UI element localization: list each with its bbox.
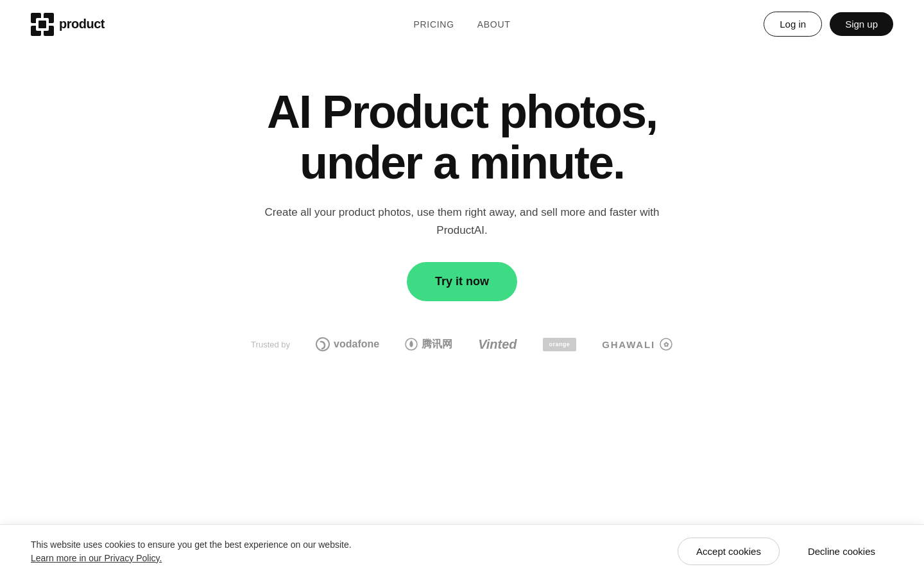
vinted-logo: Vinted <box>478 337 517 352</box>
cookie-message: This website uses cookies to ensure you … <box>31 538 352 565</box>
try-now-button[interactable]: Try it now <box>407 262 517 301</box>
hero-section: AI Product photos, under a minute. Creat… <box>0 48 924 378</box>
trusted-by-section: Trusted by vodafone 腾讯网 Vinted orange <box>235 337 689 352</box>
nav-actions: Log in Sign up <box>764 12 893 37</box>
decline-cookies-button[interactable]: Decline cookies <box>790 538 893 565</box>
orange-box: orange <box>543 338 577 351</box>
vodafone-icon <box>316 337 330 351</box>
cookie-message-text: This website uses cookies to ensure you … <box>31 539 352 550</box>
vodafone-logo: vodafone <box>316 337 379 351</box>
tencent-text: 腾讯网 <box>422 338 452 351</box>
nav-about[interactable]: ABOUT <box>477 19 511 30</box>
login-button[interactable]: Log in <box>764 12 822 37</box>
signup-button[interactable]: Sign up <box>830 12 893 36</box>
cookie-actions: Accept cookies Decline cookies <box>678 538 893 565</box>
vinted-text: Vinted <box>478 337 517 352</box>
ghawali-icon: ✿ <box>659 337 673 351</box>
privacy-policy-link[interactable]: Learn more in our Privacy Policy. <box>31 553 162 563</box>
trusted-by-label: Trusted by <box>251 340 290 349</box>
ghawali-logo: GHAWALI ✿ <box>602 337 673 351</box>
orange-text: orange <box>549 340 570 349</box>
accept-cookies-button[interactable]: Accept cookies <box>678 538 780 565</box>
logo[interactable]: product <box>31 13 105 36</box>
cookie-banner: This website uses cookies to ensure you … <box>0 524 924 578</box>
svg-text:✿: ✿ <box>663 341 669 348</box>
tencent-logo: 腾讯网 <box>405 338 452 351</box>
orange-logo: orange <box>543 338 577 351</box>
hero-subtitle: Create all your product photos, use them… <box>257 204 667 238</box>
nav-links: PRICING ABOUT <box>414 19 511 30</box>
navbar: product PRICING ABOUT Log in Sign up <box>0 0 924 48</box>
logo-text: product <box>59 17 105 31</box>
hero-title: AI Product photos, under a minute. <box>205 87 719 188</box>
tencent-icon <box>405 338 418 351</box>
nav-pricing[interactable]: PRICING <box>414 19 454 30</box>
ghawali-text: GHAWALI <box>602 339 655 350</box>
svg-rect-5 <box>38 21 46 28</box>
vodafone-text: vodafone <box>334 338 379 350</box>
logo-icon <box>31 13 54 36</box>
